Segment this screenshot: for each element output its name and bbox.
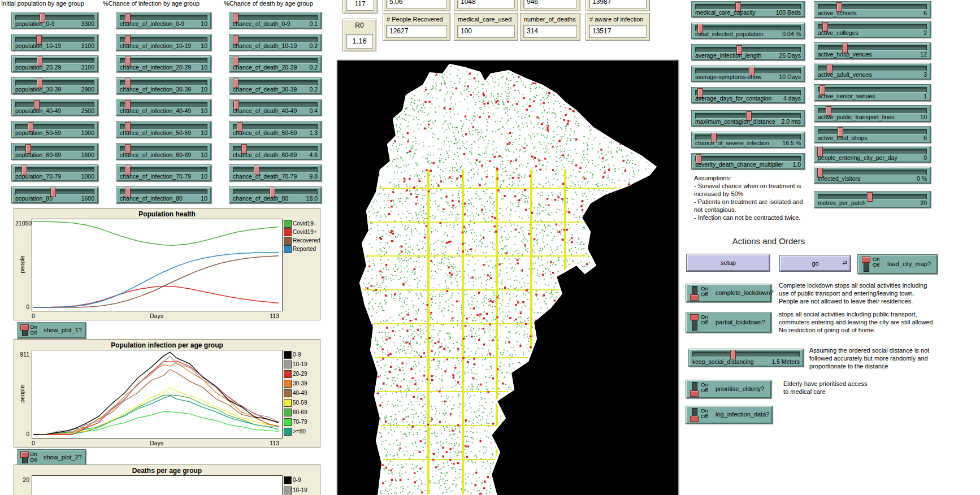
slider-chance_of_infection_70-79[interactable]: chance_of_infection_70-7910 — [116, 164, 211, 181]
slider-track[interactable] — [818, 170, 927, 175]
slider-chance_of_infection_60-69[interactable]: chance_of_infection_60-6910 — [116, 143, 211, 160]
switch-knob[interactable] — [862, 257, 870, 263]
slider-active_food_shops[interactable]: active_food_shops6 — [814, 126, 931, 143]
slider-chance_of_death_20-29[interactable]: chance_of_death_20-290.2 — [229, 55, 322, 72]
switch-log_infection_data[interactable]: OnOfflog_infection_data? — [686, 406, 773, 424]
switch-knob[interactable] — [690, 314, 699, 320]
slider-average_days_for_contagion[interactable]: average_days_for_contagion4 days — [691, 87, 805, 103]
slider-track[interactable] — [15, 80, 94, 86]
slider-chance_of_infection_20-29[interactable]: chance_of_infection_20-2910 — [116, 55, 211, 72]
slider-track[interactable] — [120, 102, 207, 107]
slider-chance_of_death_40-49[interactable]: chance_of_death_40-490.4 — [229, 99, 322, 116]
slider-track[interactable] — [120, 189, 207, 195]
slider-chance_of_death_70-79[interactable]: chance_of_death_70-799.8 — [229, 164, 322, 181]
switch-prioritise_elderly[interactable]: OnOffprioritise_elderly? — [686, 380, 771, 398]
switch-knob[interactable] — [690, 390, 699, 397]
slider-active_hosp_venues[interactable]: active_hosp_venues12 — [814, 42, 931, 59]
slider-track[interactable] — [15, 146, 94, 151]
slider-track[interactable] — [233, 189, 318, 195]
slider-chance_of_death_80[interactable]: chance_of_death_8018.0 — [229, 186, 322, 203]
slider-track[interactable] — [233, 37, 318, 42]
slider-track[interactable] — [120, 37, 207, 42]
switch-partial_lockdown[interactable]: OnOffpartial_lockdown? — [686, 312, 771, 333]
slider-population_50-59[interactable]: population_50-591900 — [11, 121, 98, 138]
switch-knob[interactable] — [690, 416, 699, 422]
slider-track[interactable] — [120, 124, 207, 129]
slider-keep_social_distancing[interactable]: keep_social_distancing1.5 Meters — [688, 349, 804, 367]
slider-chance_of_infection_30-39[interactable]: chance_of_infection_30-3910 — [116, 77, 211, 94]
slider-track[interactable] — [818, 45, 927, 51]
slider-track[interactable] — [15, 102, 94, 107]
slider-track[interactable] — [120, 80, 207, 86]
slider-chance_of_infection_50-59[interactable]: chance_of_infection_50-5910 — [116, 121, 211, 138]
slider-track[interactable] — [233, 15, 318, 20]
slider-track[interactable] — [15, 58, 94, 64]
switch-complete_lockdown[interactable]: OnOffcomplete_lockdown? — [686, 284, 771, 302]
slider-population_70-79[interactable]: population_70-791000 — [11, 164, 98, 181]
slider-average-symptoms-show[interactable]: average-symptoms-show10 Days — [691, 66, 805, 82]
slider-track[interactable] — [15, 15, 94, 20]
slider-severity_death_chance_multiplier[interactable]: severity_death_chance_multiplier1.0 — [691, 153, 805, 170]
slider-track[interactable] — [818, 194, 927, 199]
slider-people_entering_city_per_day[interactable]: people_entering_city_per_day0 — [814, 146, 931, 163]
switch-load_city_map[interactable]: OnOffload_city_map? — [857, 254, 938, 274]
slider-chance_of_death_0-9[interactable]: chance_of_death_0-90.1 — [229, 12, 322, 29]
slider-active_senior_venues[interactable]: active_senior_venues1 — [814, 84, 931, 101]
slider-track[interactable] — [818, 66, 927, 71]
slider-track[interactable] — [692, 351, 800, 357]
slider-track[interactable] — [233, 167, 318, 173]
slider-population_20-29[interactable]: population_20-293100 — [11, 55, 98, 72]
slider-track[interactable] — [15, 124, 94, 129]
slider-chance_of_infection_40-49[interactable]: chance_of_infection_40-4910 — [116, 99, 211, 116]
slider-population_10-19[interactable]: population_10-193100 — [11, 34, 98, 51]
slider-track[interactable] — [233, 146, 318, 151]
slider-track[interactable] — [818, 108, 927, 114]
setup-button[interactable]: setup — [687, 254, 770, 271]
slider-track[interactable] — [818, 149, 927, 154]
slider-maximum_contagion_distance[interactable]: maximum_contagion_distance2.0 mts — [691, 110, 805, 127]
slider-track[interactable] — [15, 167, 94, 173]
slider-chance_of_severe_infection[interactable]: chance_of_severe_infection16.5 % — [691, 132, 805, 148]
switch-knob[interactable] — [20, 324, 29, 331]
slider-track[interactable] — [233, 102, 318, 107]
slider-chance_of_infection_0-9[interactable]: chance_of_infection_0-910 — [116, 12, 211, 29]
slider-track[interactable] — [233, 80, 318, 86]
slider-track[interactable] — [818, 129, 927, 134]
slider-track[interactable] — [233, 124, 318, 129]
slider-track[interactable] — [120, 15, 207, 20]
slider-medical_care_capacity[interactable]: medical_care_capacity100 Beds — [691, 1, 805, 18]
slider-track[interactable] — [818, 4, 927, 10]
slider-average_infection_length[interactable]: average_infection_length26 Days — [691, 44, 805, 60]
slider-chance_of_infection_10-19[interactable]: chance_of_infection_10-1910 — [116, 34, 211, 51]
slider-initial_infected_population[interactable]: initial_infected_population0.04 % — [691, 23, 805, 39]
switch-knob[interactable] — [690, 294, 699, 301]
switch-show_plot_2[interactable]: OnOffshow_plot_2? — [17, 449, 86, 466]
slider-track[interactable] — [818, 87, 927, 93]
slider-chance_of_death_60-69[interactable]: chance_of_death_60-694.6 — [229, 143, 322, 160]
slider-track[interactable] — [120, 58, 207, 64]
slider-active_adult_venues[interactable]: active_adult_venues3 — [814, 63, 931, 80]
switch-show_plot_1[interactable]: OnOffshow_plot_1? — [17, 322, 86, 338]
slider-population_0-9[interactable]: population_0-93300 — [11, 12, 98, 29]
slider-metres_per_patch[interactable]: metres_per_patch20 — [814, 191, 931, 208]
slider-track[interactable] — [15, 37, 94, 42]
slider-chance_of_infection_80[interactable]: chance_of_infection_8010 — [116, 186, 211, 203]
slider-track[interactable] — [120, 167, 207, 173]
slider-chance_of_death_10-19[interactable]: chance_of_death_10-190.2 — [229, 34, 322, 51]
slider-population_40-49[interactable]: population_40-492500 — [11, 99, 98, 116]
slider-chance_of_death_50-59[interactable]: chance_of_death_50-591.3 — [229, 121, 322, 138]
slider-population_60-69[interactable]: population_60-691600 — [11, 143, 98, 160]
slider-population_80[interactable]: population_801600 — [11, 186, 98, 203]
switch-knob[interactable] — [20, 451, 29, 458]
slider-active_public_transport_lines[interactable]: active_public_transport_lines10 — [814, 105, 931, 122]
slider-active_schools[interactable]: active_schools6 — [814, 1, 931, 18]
slider-chance_of_death_30-39[interactable]: chance_of_death_30-390.2 — [229, 77, 322, 94]
slider-track[interactable] — [818, 24, 927, 29]
slider-active_colleges[interactable]: active_colleges2 — [814, 21, 931, 38]
slider-track[interactable] — [120, 146, 207, 151]
go-button[interactable]: go ⇄ — [780, 255, 851, 271]
slider-track[interactable] — [15, 189, 94, 195]
slider-track[interactable] — [233, 58, 318, 64]
slider-infected_visitors[interactable]: infected_visitors0 % — [814, 167, 931, 184]
slider-population_30-39[interactable]: population_30-392900 — [11, 77, 98, 94]
